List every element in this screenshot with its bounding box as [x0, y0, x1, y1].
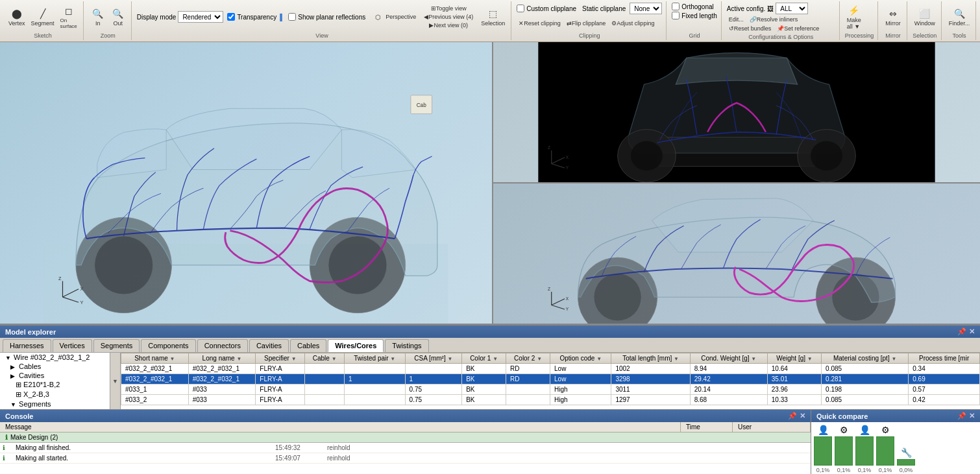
col-specifier[interactable]: Specifier ▼: [256, 353, 305, 364]
table-cell-long_name: #032_2_#032_1: [188, 364, 256, 374]
col-material-costing[interactable]: Material costing [pt] ▼: [822, 353, 909, 364]
data-table-container[interactable]: Short name ▼ Long name ▼ Specifier ▼ Cab…: [121, 353, 980, 409]
set-reference-button[interactable]: 📌 Set reference: [775, 25, 821, 32]
active-config-select[interactable]: ALL: [776, 3, 808, 14]
zoom-in-button[interactable]: 🔍 In: [89, 6, 107, 27]
vertex-button[interactable]: ⬤ Vertex: [6, 6, 27, 27]
qc-bar-icon: ⚙: [840, 425, 848, 435]
toolbar-group-grid: Orthogonal Fixed length Grid: [668, 1, 721, 40]
console-close[interactable]: ✕: [800, 412, 805, 420]
table-cell-total_length: 3298: [611, 374, 690, 385]
console-row: ℹ Making all started. 15:49:07 reinhold: [0, 453, 811, 464]
col-twisted-pair[interactable]: Twisted pair ▼: [344, 353, 405, 364]
tools-group-label: Tools: [947, 31, 972, 39]
tab-harnesses[interactable]: Harnesses: [3, 339, 51, 352]
zoom-in-icon: 🔍: [92, 7, 104, 20]
qc-pin[interactable]: 📌: [957, 412, 966, 420]
tree-item-e210[interactable]: ⊞ E210*1-B,2: [0, 380, 110, 390]
tab-components[interactable]: Components: [141, 339, 195, 352]
model-explorer: Model explorer 📌 ✕ Harnesses Vertices Se…: [0, 325, 980, 409]
col-color1[interactable]: Color 1 ▼: [462, 353, 506, 364]
tab-segments[interactable]: Segments: [93, 339, 140, 352]
viewport-top-right[interactable]: X Y Z: [493, 42, 980, 184]
model-explorer-title: Model explorer: [5, 328, 56, 336]
svg-text:Y: Y: [566, 307, 569, 311]
tree-item-cables[interactable]: ▶ Cables: [0, 362, 110, 371]
tab-cables[interactable]: Cables: [290, 339, 326, 352]
transparency-checkbox[interactable]: [227, 13, 235, 21]
tree-item-wire[interactable]: ▼ Wire #032_2_#032_1_2: [0, 353, 110, 362]
mirror-button[interactable]: ⇔ Mirror: [883, 6, 903, 27]
svg-text:Y: Y: [566, 165, 569, 170]
toggle-view-button[interactable]: ⊞ Toggle view: [422, 5, 475, 12]
next-view-icon: ▶: [429, 22, 434, 29]
table-row[interactable]: #033_1#033FLRY-A0.75BKHigh301120.1423.96…: [121, 385, 980, 395]
adjust-clipping-button[interactable]: ⚙ Adjust clipping: [609, 19, 656, 27]
console-pin[interactable]: 📌: [788, 412, 797, 420]
col-csa[interactable]: CSA [mm²] ▼: [405, 353, 462, 364]
tree-scroll-down[interactable]: ▼: [112, 378, 118, 385]
viewport-bottom-right[interactable]: X Y Z: [493, 184, 980, 324]
console-row-user: reinhold: [327, 455, 808, 462]
col-total-length[interactable]: Total length [mm] ▼: [611, 353, 690, 364]
window-button[interactable]: ⬜ Window: [913, 6, 937, 27]
prev-view-icon: ◀: [424, 14, 428, 20]
finder-button[interactable]: 🔍 Finder...: [947, 6, 972, 27]
perspective-button[interactable]: ⬡ Perspective: [369, 10, 418, 24]
col-short-name[interactable]: Short name ▼: [121, 353, 189, 364]
static-clipplane-select[interactable]: None: [630, 3, 662, 14]
tree-item-segments[interactable]: ▼ Segments: [0, 399, 110, 409]
custom-clipplane-checkbox[interactable]: [517, 5, 524, 12]
table-row[interactable]: #032_2_#032_1#032_2_#032_1FLRY-A11BKRDLo…: [121, 374, 980, 385]
toolbar: ⬤ Vertex ╱ Segment ◻ Onsurface Sketch 🔍 …: [0, 0, 980, 42]
prev-view-button[interactable]: ◀ Previous view (4): [422, 13, 475, 21]
table-cell-color2: RD: [506, 364, 550, 374]
segment-button[interactable]: ╱ Segment: [29, 6, 56, 27]
toolbar-group-configurations: Active config. 🖼 ALL Edit... 🔗 Resolve i…: [723, 1, 840, 40]
next-view-button[interactable]: ▶ Next view (0): [422, 21, 475, 29]
tab-vertices[interactable]: Vertices: [53, 339, 92, 352]
table-cell-color1: BK: [462, 374, 506, 385]
fixed-length-checkbox[interactable]: [672, 12, 680, 19]
col-option-code[interactable]: Option code ▼: [550, 353, 611, 364]
resolve-inliners-button[interactable]: 🔗 Resolve inliners: [748, 16, 800, 23]
tab-twistings[interactable]: Twistings: [385, 339, 428, 352]
reset-bundles-button[interactable]: ↺ Reset bundles: [727, 25, 774, 32]
qc-bar: [835, 436, 853, 466]
tree-item-cavities[interactable]: ▶ Cavities: [0, 371, 110, 380]
tab-cavities[interactable]: Cavities: [249, 339, 289, 352]
zoom-out-button[interactable]: 🔍 Out: [109, 6, 127, 27]
viewport-left[interactable]: Cab X Y Z: [0, 42, 493, 324]
col-cond-weight[interactable]: Cond. Weight [g] ▼: [690, 353, 767, 364]
viewport-row: Cab X Y Z: [0, 42, 980, 325]
table-row[interactable]: #033_2#033FLRY-A0.75BKHigh12978.6810.330…: [121, 395, 980, 405]
tree-expand-icon: ▼: [5, 355, 12, 361]
table-cell-specifier: FLRY-A: [256, 374, 305, 385]
reset-bundles-icon: ↺: [729, 25, 734, 32]
col-weight[interactable]: Weight [g] ▼: [767, 353, 821, 364]
col-process-time[interactable]: Process time [mir: [909, 353, 980, 364]
table-cell-cond_weight: 29.42: [690, 374, 767, 385]
tree-item-x2[interactable]: ⊞ X_2-B,3: [0, 390, 110, 399]
console-controls: 📌 ✕: [788, 412, 805, 420]
orthogonal-checkbox[interactable]: [672, 3, 680, 10]
display-mode-select[interactable]: Rendered: [178, 11, 223, 23]
toolbar-group-selection: ⬜ Window Selection: [909, 1, 942, 40]
table-cell-short_name: #033_1: [121, 385, 189, 395]
col-long-name[interactable]: Long name ▼: [188, 353, 256, 364]
col-color2[interactable]: Color 2 ▼: [506, 353, 550, 364]
qc-close[interactable]: ✕: [969, 412, 975, 420]
flip-clipplane-button[interactable]: ⇄ Flip clipplane: [565, 19, 608, 27]
tab-connectors[interactable]: Connectors: [197, 339, 248, 352]
model-explorer-pin[interactable]: 📌: [957, 327, 966, 336]
make-all-button[interactable]: ⚡ Makeall ▼: [845, 3, 863, 30]
show-planar-checkbox[interactable]: [288, 13, 296, 21]
col-cable[interactable]: Cable ▼: [305, 353, 345, 364]
model-explorer-close[interactable]: ✕: [969, 327, 975, 336]
tab-wires-cores[interactable]: Wires/Cores: [328, 339, 384, 352]
reset-clipping-button[interactable]: ✕ Reset clipping: [517, 19, 563, 27]
selection-button[interactable]: ⬚ Selection: [479, 6, 507, 27]
edit-button[interactable]: Edit...: [727, 16, 746, 23]
on-surface-button[interactable]: ◻ Onsurface: [58, 4, 79, 30]
table-row[interactable]: #032_2_#032_1#032_2_#032_1FLRY-ABKRDLow1…: [121, 364, 980, 374]
